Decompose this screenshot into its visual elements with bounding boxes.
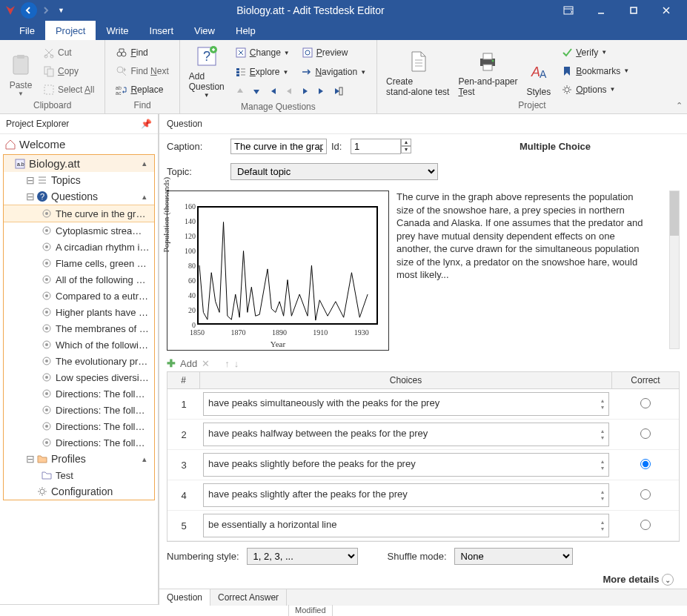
- nav-down-icon[interactable]: [251, 86, 262, 96]
- explore-button[interactable]: Explore ▼: [232, 64, 292, 79]
- choice-text-input[interactable]: have peaks halfway between the peaks for…: [203, 423, 609, 446]
- nav-up-icon[interactable]: [235, 86, 245, 96]
- collapse-icon[interactable]: ▴: [142, 192, 150, 202]
- caption-input[interactable]: [230, 139, 327, 154]
- tab-question[interactable]: Question: [159, 589, 210, 606]
- bookmarks-button[interactable]: Bookmarks ▼: [558, 64, 632, 79]
- collapse-ribbon-button[interactable]: ⌃: [676, 101, 683, 110]
- options-button[interactable]: Options ▼: [558, 82, 632, 97]
- create-test-button[interactable]: Createstand-alone test: [382, 43, 454, 99]
- choice-spinner[interactable]: ▴▾: [601, 428, 604, 441]
- choice-spinner[interactable]: ▴▾: [601, 489, 604, 502]
- topic-select[interactable]: Default topic: [230, 163, 438, 180]
- menu-help[interactable]: Help: [225, 21, 266, 40]
- tree-question-item[interactable]: Directions: The followin...: [4, 418, 154, 434]
- close-button[interactable]: [650, 0, 683, 21]
- minimize-button[interactable]: [585, 0, 617, 21]
- menu-file[interactable]: File: [9, 21, 45, 40]
- tree-question-item[interactable]: Directions: The followin...: [4, 402, 154, 418]
- correct-radio[interactable]: [640, 489, 651, 500]
- more-details-button[interactable]: More details ⌄: [159, 571, 687, 589]
- svg-rect-3: [17, 55, 24, 59]
- nav-next-icon[interactable]: [300, 86, 311, 96]
- pin-icon[interactable]: 📌: [141, 119, 152, 129]
- nav-first-icon[interactable]: [268, 86, 278, 96]
- nav-last-icon[interactable]: [316, 86, 327, 96]
- history-dropdown[interactable]: ▼: [53, 7, 69, 14]
- correct-radio[interactable]: [640, 398, 651, 408]
- titlebar: ▼ Biology.att - Adit Testdesk Editor: [0, 0, 687, 21]
- choice-spinner[interactable]: ▴▾: [601, 458, 604, 471]
- menu-insert[interactable]: Insert: [139, 21, 185, 40]
- choice-text-input[interactable]: be essentially a horizontal line▴▾: [203, 514, 609, 537]
- tree-questions[interactable]: ⊟?Questions▴: [4, 188, 154, 205]
- tree-profiles[interactable]: ⊟Profiles▴: [4, 451, 154, 467]
- tree-question-item[interactable]: The membranes of mit...: [4, 320, 154, 337]
- tree-question-item[interactable]: Directions: The followin...: [4, 385, 154, 402]
- shuffle-select[interactable]: None: [454, 548, 573, 565]
- verify-button[interactable]: Verify ▼: [558, 45, 632, 60]
- choice-text-input[interactable]: have peaks slightly before the peaks for…: [203, 453, 609, 477]
- scrollbar[interactable]: [669, 191, 680, 349]
- add-choice-button[interactable]: Add: [180, 358, 197, 369]
- navigation-button[interactable]: Navigation ▼: [297, 64, 369, 79]
- choices-table: # Choices Correct 1have peaks simultaneo…: [167, 371, 680, 542]
- ribbon-display-button[interactable]: [552, 0, 585, 21]
- correct-radio[interactable]: [640, 459, 651, 469]
- find-button[interactable]: Find: [113, 45, 171, 60]
- tree-question-item[interactable]: Directions: The followin...: [4, 434, 154, 451]
- status-modified: Modified: [289, 605, 333, 616]
- file-icon: a.b: [14, 158, 26, 170]
- styles-button[interactable]: AA Styles: [522, 43, 556, 99]
- change-button[interactable]: Change ▼: [232, 45, 293, 60]
- tree-question-item[interactable]: Low species diversity w...: [4, 369, 154, 385]
- add-question-button[interactable]: ? AddQuestion▼: [185, 43, 229, 100]
- tree-question-item[interactable]: Compared to a eutrop...: [4, 288, 154, 304]
- paste-button: Paste ▼: [4, 43, 37, 99]
- tree-question-item[interactable]: A circadian rhythm is b...: [4, 239, 154, 255]
- tree-question-item[interactable]: Flame cells, green glan...: [4, 255, 154, 271]
- caption-label: Caption:: [167, 141, 226, 152]
- add-choice-icon[interactable]: ✚: [167, 357, 176, 369]
- replace-button[interactable]: abacReplace: [113, 82, 171, 97]
- choices-head-correct: Correct: [612, 372, 679, 388]
- tree-question-item[interactable]: Higher plants have a p...: [4, 304, 154, 320]
- nav-prev-icon[interactable]: [284, 86, 294, 96]
- tree-question-item[interactable]: Which of the following ...: [4, 337, 154, 353]
- tree-question-item[interactable]: Cytoplasmic streaming...: [4, 222, 154, 239]
- tree-config[interactable]: Configuration: [4, 483, 154, 500]
- tree-file[interactable]: a.bBiology.att▴: [4, 155, 154, 172]
- tree-question-item[interactable]: All of the following occ...: [4, 271, 154, 288]
- tree-question-item[interactable]: The evolutionary proce...: [4, 353, 154, 369]
- maximize-button[interactable]: [617, 0, 650, 21]
- svg-point-48: [45, 311, 48, 314]
- tree-test[interactable]: Test: [4, 467, 154, 483]
- tree-topics[interactable]: ⊟Topics: [4, 172, 154, 188]
- preview-button[interactable]: Preview: [299, 45, 351, 60]
- tab-correct-answer[interactable]: Correct Answer: [210, 589, 287, 606]
- id-input[interactable]: [351, 139, 401, 154]
- svg-point-10: [122, 52, 126, 56]
- back-button[interactable]: [21, 2, 37, 19]
- choice-spinner[interactable]: ▴▾: [601, 519, 604, 532]
- collapse-icon[interactable]: ▴: [142, 159, 150, 168]
- choice-text-input[interactable]: have peaks simultaneously with the peaks…: [203, 392, 609, 416]
- pen-paper-button[interactable]: Pen-and-paperTest: [454, 43, 522, 99]
- project-tree[interactable]: Welcome a.bBiology.att▴ ⊟Topics ⊟?Questi…: [0, 134, 158, 604]
- nav-goto-icon[interactable]: [333, 86, 343, 96]
- numbering-select[interactable]: 1, 2, 3, ...: [247, 548, 358, 565]
- menu-project[interactable]: Project: [45, 21, 96, 40]
- id-spinner[interactable]: ▴▾: [401, 139, 411, 154]
- tree-welcome[interactable]: Welcome: [0, 136, 158, 153]
- menu-view[interactable]: View: [184, 21, 225, 40]
- project-explorer-header: Project Explorer 📌: [0, 114, 158, 134]
- choice-spinner[interactable]: ▴▾: [601, 397, 604, 411]
- tree-question-item[interactable]: The curve in the graph ...: [4, 205, 154, 222]
- copy-icon: [43, 65, 55, 77]
- choice-text-input[interactable]: have peaks slightly after the peaks for …: [203, 483, 609, 507]
- collapse-icon[interactable]: ▴: [142, 454, 150, 464]
- correct-radio[interactable]: [640, 520, 651, 530]
- menu-write[interactable]: Write: [96, 21, 139, 40]
- correct-radio[interactable]: [640, 428, 651, 439]
- radio-icon: [41, 241, 53, 253]
